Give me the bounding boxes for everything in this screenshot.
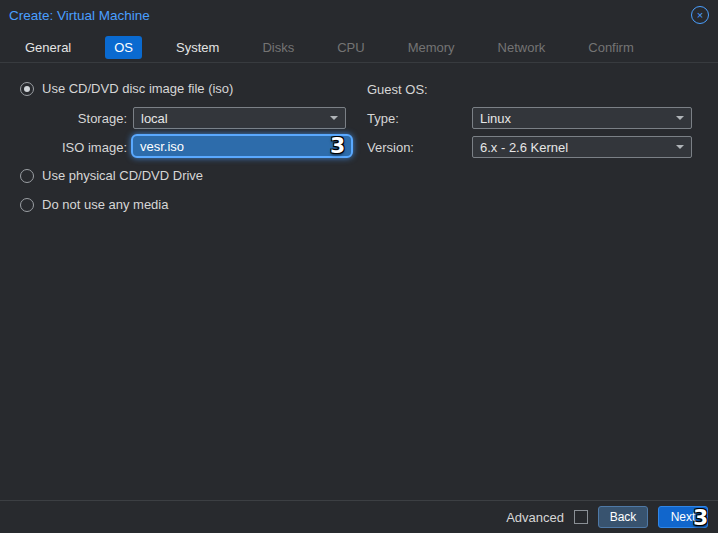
create-vm-dialog: Create: Virtual Machine × General OS Sys… xyxy=(0,0,718,533)
tab-general[interactable]: General xyxy=(16,36,80,59)
version-value: 6.x - 2.6 Kernel xyxy=(480,140,568,155)
radio-option-iso-label: Use CD/DVD disc image file (iso) xyxy=(42,81,233,96)
chevron-down-icon xyxy=(676,116,684,120)
radio-option-iso[interactable]: Use CD/DVD disc image file (iso) xyxy=(20,81,233,96)
iso-image-value: vesr.iso xyxy=(140,139,184,154)
type-label: Type: xyxy=(367,111,399,126)
tab-network: Network xyxy=(489,36,555,59)
tab-os[interactable]: OS xyxy=(105,36,142,59)
radio-option-none-label: Do not use any media xyxy=(42,197,168,212)
close-icon[interactable]: × xyxy=(691,6,709,24)
back-button[interactable]: Back xyxy=(598,506,648,528)
storage-select[interactable]: local xyxy=(133,107,346,129)
radio-selected-icon xyxy=(20,82,34,96)
iso-image-label: ISO image: xyxy=(20,140,127,155)
dialog-footer: Advanced Back Next xyxy=(0,500,718,533)
version-select[interactable]: 6.x - 2.6 Kernel xyxy=(472,136,692,158)
tab-disks: Disks xyxy=(253,36,303,59)
tab-cpu: CPU xyxy=(328,36,373,59)
advanced-checkbox[interactable] xyxy=(574,510,588,524)
radio-unselected-icon xyxy=(20,198,34,212)
radio-option-physical-label: Use physical CD/DVD Drive xyxy=(42,168,203,183)
tab-bar: General OS System Disks CPU Memory Netwo… xyxy=(0,32,718,63)
advanced-label: Advanced xyxy=(506,510,564,525)
type-value: Linux xyxy=(480,111,511,126)
tab-system[interactable]: System xyxy=(167,36,228,59)
radio-option-physical[interactable]: Use physical CD/DVD Drive xyxy=(20,168,203,183)
radio-option-none[interactable]: Do not use any media xyxy=(20,197,168,212)
radio-unselected-icon xyxy=(20,169,34,183)
chevron-down-icon xyxy=(330,116,338,120)
guest-os-heading: Guest OS: xyxy=(367,82,428,97)
tab-memory: Memory xyxy=(399,36,464,59)
dialog-titlebar: Create: Virtual Machine × xyxy=(0,0,718,30)
next-button[interactable]: Next xyxy=(658,506,708,528)
close-glyph: × xyxy=(697,10,703,21)
storage-label: Storage: xyxy=(20,111,127,126)
type-select[interactable]: Linux xyxy=(472,107,692,129)
version-label: Version: xyxy=(367,140,414,155)
tab-confirm: Confirm xyxy=(579,36,643,59)
dialog-title: Create: Virtual Machine xyxy=(9,8,150,23)
storage-value: local xyxy=(141,111,168,126)
iso-image-select[interactable]: vesr.iso xyxy=(131,134,353,158)
chevron-down-icon xyxy=(676,145,684,149)
